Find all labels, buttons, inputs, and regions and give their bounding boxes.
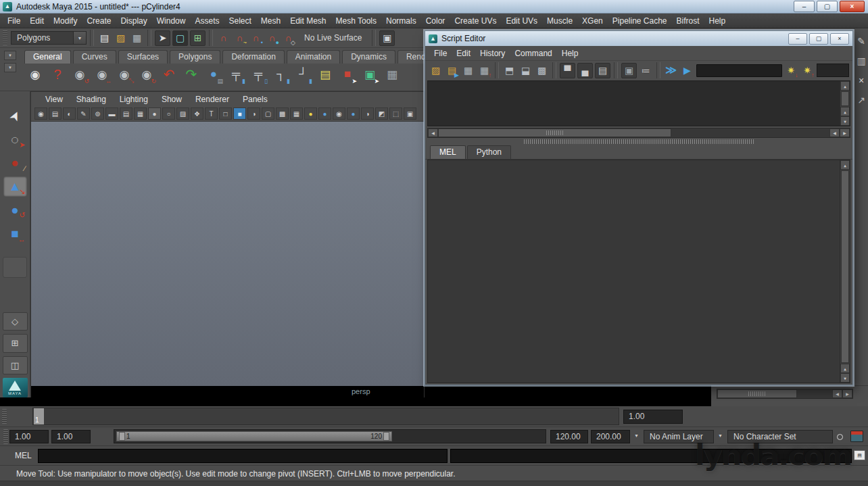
separator[interactable] (90, 30, 94, 46)
show-input-pane-icon[interactable]: ▄ (577, 63, 593, 78)
playback-range-bar[interactable]: 1 120 (116, 431, 392, 441)
menu-edit-uvs[interactable]: Edit UVs (501, 14, 542, 28)
live-surface-label[interactable]: No Live Surface (297, 33, 368, 43)
snap-grid-icon[interactable]: ∩ (216, 31, 231, 45)
zoom-region-icon[interactable]: ⊚ (91, 107, 104, 120)
ambient-occlusion-icon[interactable]: ● (347, 107, 360, 120)
scrollbar-thumb[interactable] (438, 128, 671, 137)
viewport-menu-view[interactable]: View (39, 93, 69, 105)
scroll-left-icon[interactable]: ◀ (428, 128, 438, 137)
default-light-icon[interactable]: ● (304, 107, 317, 120)
separator[interactable] (614, 62, 618, 78)
select-object-icon[interactable]: ▢ (172, 30, 188, 46)
film-gate-icon[interactable]: ▤ (120, 107, 132, 120)
close-button[interactable]: × (840, 1, 865, 12)
menu-set-selector[interactable]: Polygons ▼ (11, 31, 87, 45)
separator[interactable] (372, 30, 376, 46)
menu-assets[interactable]: Assets (190, 14, 224, 28)
range-start-handle[interactable] (119, 432, 125, 441)
multisample-icon[interactable]: ◩ (375, 107, 388, 120)
note-icon[interactable]: ✎ (854, 34, 868, 48)
shelf-tab-general[interactable]: General (24, 50, 71, 64)
chevron-down-icon[interactable]: ▼ (73, 32, 86, 44)
save-to-shelf-icon[interactable]: ▦↑ (477, 64, 491, 78)
select-tool[interactable]: ➤ (3, 106, 27, 126)
source-script-icon[interactable]: ▤▶ (445, 64, 459, 78)
scroll-up-icon[interactable]: ▲ (840, 160, 850, 170)
help-icon[interactable]: ? (48, 65, 67, 84)
range-end-handle[interactable] (383, 432, 389, 441)
script-editor-menu-file[interactable]: File (429, 47, 452, 60)
trash-icon[interactable]: ▥ (854, 53, 868, 68)
menu-normals[interactable]: Normals (381, 14, 421, 28)
anim-layer-field[interactable]: No Anim Layer (644, 430, 714, 443)
wireframe-mode-icon[interactable]: □ (219, 107, 232, 120)
camera-view-icon[interactable]: ◉ (333, 107, 345, 120)
clear-all-icon[interactable]: ▩ (535, 64, 549, 78)
shelf-menu-icon[interactable]: ▼ (4, 51, 16, 60)
menu-create-uvs[interactable]: Create UVs (450, 14, 501, 28)
chevron-down-icon[interactable]: ▼ (634, 433, 639, 438)
scroll-down-icon[interactable]: ▼ (840, 116, 850, 126)
separator[interactable] (656, 62, 660, 78)
scroll-left-icon[interactable]: ◀ (829, 128, 840, 137)
chevron-down-icon[interactable]: ▼ (718, 433, 723, 438)
text-hud-icon[interactable]: T (205, 107, 218, 120)
shelf-tab-surfaces[interactable]: Surfaces (118, 50, 168, 64)
menu-mesh[interactable]: Mesh (256, 14, 285, 28)
uv-view-icon[interactable]: ❖ (191, 107, 203, 120)
select-hierarchy-icon[interactable]: ➤ (155, 30, 170, 46)
menu-edit-mesh[interactable]: Edit Mesh (285, 14, 331, 28)
close-button[interactable]: × (830, 33, 849, 45)
marquee-select-icon[interactable]: ⬚ (389, 107, 402, 120)
close-icon[interactable]: × (854, 73, 868, 87)
select-component-icon[interactable]: ⊞ (190, 30, 206, 46)
camera-select-icon[interactable]: ◉ (34, 107, 47, 120)
separator[interactable] (552, 62, 556, 78)
shelf-tab-animation[interactable]: Animation (287, 50, 340, 64)
playback-end-field[interactable]: 120.00 (550, 430, 588, 443)
separator[interactable] (147, 30, 151, 46)
isolate-select-icon[interactable]: ▣ (404, 107, 416, 120)
scrollbar-thumb[interactable] (841, 91, 849, 106)
search-down-icon[interactable]: ✷↓ (784, 64, 798, 78)
scene-options-icon[interactable]: ◉ (26, 65, 45, 84)
lasso-select-tool[interactable]: ◌➤ (3, 130, 27, 150)
menu-create[interactable]: Create (82, 14, 116, 28)
range-slider-track[interactable]: 1 120 (114, 429, 546, 443)
line-numbers-icon[interactable]: ≔ (639, 64, 653, 78)
camera-dolly-icon[interactable]: ◉⤡ (115, 65, 134, 84)
camera-roll-icon[interactable]: ◉↻ (137, 65, 156, 84)
scale-tool[interactable]: ■↔ (3, 224, 27, 244)
safe-action-icon[interactable]: ○ (162, 107, 175, 120)
separator[interactable] (495, 62, 499, 78)
graph-input-icon[interactable]: ╤▮ (226, 65, 245, 84)
group-objects-icon[interactable]: ■➤ (338, 65, 357, 84)
separator[interactable] (209, 30, 213, 46)
safe-title-icon[interactable]: ▨ (176, 107, 189, 120)
menu-window[interactable]: Window (152, 14, 191, 28)
shelf-tab-dynamics[interactable]: Dynamics (342, 50, 395, 64)
viewport-menu-lighting[interactable]: Lighting (114, 93, 154, 105)
duplicate-object-icon[interactable]: ▣➤ (360, 65, 379, 84)
menu-help[interactable]: Help (704, 14, 731, 28)
camera-tumble-icon[interactable]: ◉↺ (70, 65, 89, 84)
tab-python[interactable]: Python (467, 145, 511, 159)
restore-button[interactable]: ▢ (817, 1, 838, 12)
menu-bifrost[interactable]: Bifrost (672, 14, 704, 28)
four-pane-layout[interactable]: ⊞ (3, 334, 28, 353)
load-script-icon[interactable]: ▨ (429, 64, 443, 78)
undo-icon[interactable]: ↶ (160, 65, 178, 84)
snap-point-icon[interactable]: ∩• (249, 31, 263, 45)
move-tool[interactable]: ▲↘ (3, 176, 27, 197)
redo-icon[interactable]: ↷ (182, 65, 201, 84)
scroll-right-icon[interactable]: ▶ (842, 389, 852, 398)
menu-edit[interactable]: Edit (25, 14, 49, 28)
animation-preferences-icon[interactable] (850, 431, 863, 442)
checker-mode-icon[interactable]: ▦ (290, 107, 303, 120)
show-history-pane-icon[interactable]: ▀ (560, 63, 575, 78)
viewport-menu-show[interactable]: Show (155, 93, 188, 105)
resolution-gate-icon[interactable]: ▦ (134, 107, 147, 120)
dock-grip[interactable] (3, 429, 8, 444)
script-editor-menu-history[interactable]: History (475, 47, 510, 60)
